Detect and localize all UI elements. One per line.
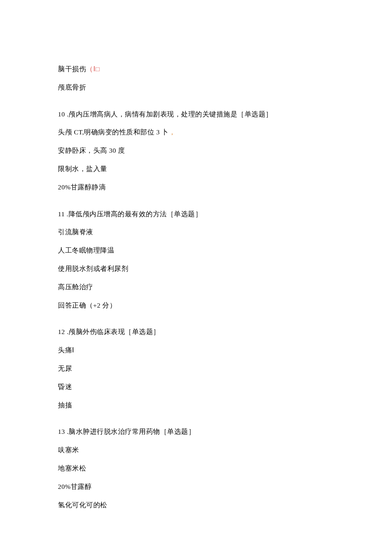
q10-option-d: 20%甘露醇静滴 [58,182,392,193]
q11-option-c: 使用脱水剂或者利尿剂 [58,264,392,274]
q12-stem: 12 .颅脑外伤临床表现［单选题］ [58,327,392,337]
prior-a-text: 脑干损伤 [58,65,86,73]
q13-option-a: 呋塞米 [58,445,392,456]
q10-a-text: 头颅 CT,明确病变的性质和部位 3 卜 [58,128,169,136]
q13-option-d: 氢化可化可的松 [58,500,392,511]
q12-option-b: 无尿 [58,363,392,374]
q10-option-a: 头颅 CT,明确病变的性质和部位 3 卜， [58,127,392,138]
q11-stem: 11 .降低颅内压增高的最有效的方法［单选题］ [58,209,392,220]
q11-option-d: 高压舱治疗 [58,282,392,293]
q10-stem: 10 .颅内压增高病人，病情有加剧表现，处理的关键措施是［单选题］ [58,109,392,120]
q10-option-c: 限制水，盐入量 [58,164,392,174]
q13-option-b: 地塞米松 [58,463,392,474]
q13-stem: 13 .脑水肿进行脱水治疗常用药物［单选题］ [58,427,392,437]
q11-option-a: 引流脑脊液 [58,227,392,238]
q12-option-c: 昏迷 [58,382,392,392]
q10-a-mark: ， [169,128,176,136]
q12-option-a: 头痛Ⅰ [58,345,392,356]
spacer [58,418,392,427]
q12-option-d: 抽搐 [58,400,392,411]
prior-option-b: 颅底骨折 [58,82,392,93]
spacer [58,101,392,109]
q11-feedback: 回答正确（+2 分） [58,300,392,311]
spacer [58,200,392,209]
spacer [58,318,392,327]
q11-option-b: 人工冬眠物理降温 [58,245,392,256]
q13-option-c: 20%甘露醇 [58,482,392,492]
prior-a-colored: （Ⅰ□ [86,65,100,73]
q10-option-b: 安静卧床，头高 30 度 [58,145,392,156]
prior-option-a: 脑干损伤（Ⅰ□ [58,64,392,75]
